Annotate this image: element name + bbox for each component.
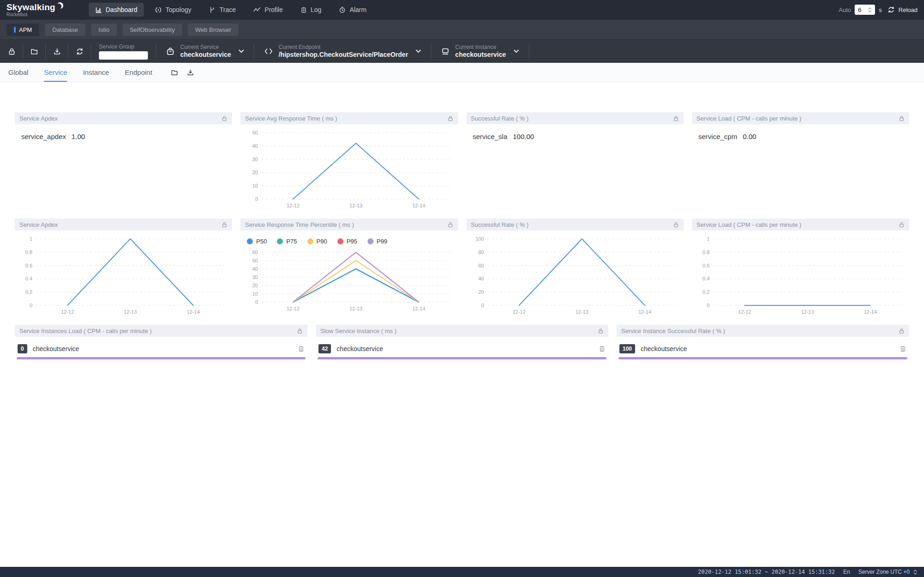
folder-import-icon[interactable] — [25, 48, 43, 55]
metric-readout: service_sla 100.00 — [467, 127, 683, 146]
svg-text:10: 10 — [252, 291, 258, 297]
lock-icon[interactable] — [221, 115, 227, 121]
dashboard-icon — [95, 6, 102, 13]
svg-text:12-13: 12-13 — [349, 203, 362, 208]
selector-value: /hipstershop.CheckoutService/PlaceOrder — [279, 51, 408, 59]
legend-item[interactable]: P50 — [247, 238, 267, 245]
metric-readout: service_cpm 0.00 — [693, 127, 908, 146]
tab-endpoint[interactable]: Endpoint — [125, 63, 152, 82]
lock-icon[interactable] — [899, 115, 905, 121]
lock-icon[interactable] — [447, 115, 453, 121]
time-range-picker[interactable]: 2020-12-12 15:01:32 ~ 2020-12-14 15:31:3… — [698, 569, 835, 575]
legend-item[interactable]: P95 — [337, 238, 357, 245]
nav-item-label: Trace — [220, 6, 236, 13]
page-tab-selfobservability[interactable]: SelfObservability — [122, 24, 183, 36]
svg-text:12-12: 12-12 — [61, 309, 74, 315]
chart-legend: P50P75P90P95P99 — [241, 233, 457, 247]
page-tab-label: Web Browser — [195, 26, 231, 33]
card-header: Successful Rate ( % ) — [466, 112, 684, 124]
lock-icon[interactable] — [899, 328, 905, 334]
instance-list-item[interactable]: 0 checkoutservice — [16, 340, 306, 357]
tab-instance[interactable]: Instance — [83, 63, 109, 82]
lock-icon[interactable] — [673, 222, 679, 228]
current-endpoint-selector[interactable]: Current Endpoint /hipstershop.CheckoutSe… — [257, 44, 428, 59]
nav-item-alarm[interactable]: Alarm — [332, 3, 373, 17]
svg-text:0.6: 0.6 — [702, 263, 709, 268]
legend-item[interactable]: P75 — [277, 238, 297, 245]
profile-icon — [253, 6, 261, 13]
service-lock-icon — [166, 47, 175, 56]
divider — [23, 44, 23, 59]
server-zone-selector[interactable]: Server Zone UTC +0 — [858, 569, 918, 575]
card-title: Successful Rate ( % ) — [471, 115, 673, 122]
svg-text:1: 1 — [30, 236, 32, 242]
card-avg-response-time: Service Avg Response Time ( ms ) 0102030… — [240, 112, 458, 212]
svg-text:20: 20 — [478, 289, 483, 295]
svg-text:12-12: 12-12 — [287, 306, 300, 311]
reload-label[interactable]: Reload — [899, 6, 918, 13]
page-tab-database[interactable]: Database — [45, 24, 86, 36]
page-tab-apm[interactable]: APM — [6, 24, 39, 36]
nav-item-log[interactable]: Log — [294, 3, 328, 17]
auto-refresh-input[interactable] — [855, 6, 867, 13]
export-download-icon[interactable] — [48, 48, 66, 55]
tab-global[interactable]: Global — [8, 63, 28, 82]
page-tab-istio[interactable]: Istio — [91, 24, 117, 36]
legend-dot-icon — [337, 238, 343, 244]
metric-name: service_sla — [473, 133, 508, 140]
lock-icon[interactable] — [673, 115, 679, 121]
lock-icon[interactable] — [899, 222, 905, 228]
legend-dot-icon — [367, 238, 373, 244]
legend-item[interactable]: P99 — [367, 238, 387, 245]
lock-icon[interactable] — [221, 222, 227, 228]
nav-item-topology[interactable]: Topology — [148, 3, 198, 17]
download-icon[interactable] — [187, 69, 194, 76]
lock-icon[interactable] — [297, 328, 303, 334]
lock-icon[interactable] — [598, 328, 604, 334]
clipboard-icon[interactable] — [900, 345, 906, 352]
svg-text:80: 80 — [478, 249, 483, 255]
divider — [431, 44, 431, 59]
tab-service[interactable]: Service — [44, 63, 67, 82]
nav-item-trace[interactable]: Trace — [202, 3, 242, 17]
svg-text:60: 60 — [252, 249, 258, 255]
language-toggle[interactable]: En — [843, 569, 850, 575]
dashboard-toolbar: Service Group Current Service checkoutse… — [0, 39, 924, 63]
lock-edit-icon[interactable] — [3, 48, 20, 55]
card-header: Service Instance Successful Rate ( % ) — [617, 325, 909, 337]
svg-text:12-14: 12-14 — [412, 203, 425, 208]
lock-icon[interactable] — [447, 222, 453, 228]
instance-load-bar — [318, 357, 606, 359]
svg-text:20: 20 — [252, 283, 258, 288]
card-header: Service Avg Response Time ( ms ) — [240, 112, 458, 124]
nav-item-profile[interactable]: Profile — [247, 3, 289, 17]
nav-item-dashboard[interactable]: Dashboard — [89, 3, 144, 17]
legend-item[interactable]: P90 — [307, 238, 327, 245]
clipboard-icon[interactable] — [599, 345, 606, 352]
instance-list-item[interactable]: 100 checkoutservice — [618, 340, 908, 357]
svg-text:0.8: 0.8 — [702, 249, 709, 255]
svg-text:20: 20 — [252, 170, 258, 175]
zone-stepper-icon[interactable] — [912, 570, 918, 575]
nav-item-label: Dashboard — [106, 6, 138, 13]
stepper-arrows-icon[interactable] — [867, 7, 873, 12]
clipboard-icon[interactable] — [298, 345, 305, 352]
instance-list-item[interactable]: 42 checkoutservice — [317, 340, 607, 357]
card-header: Service Instances Load ( CPM - calls per… — [15, 325, 307, 337]
service-group-input[interactable] — [99, 51, 148, 60]
card-header: Service Response Time Percentile ( ms ) — [240, 219, 458, 231]
auto-refresh-stepper[interactable] — [855, 5, 875, 15]
current-service-selector[interactable]: Current Service checkoutservice — [159, 44, 251, 59]
nav-item-label: Log — [311, 6, 321, 13]
page-tab-web-browser[interactable]: Web Browser — [188, 24, 239, 36]
card-title: Service Apdex — [19, 221, 221, 228]
reload-icon[interactable] — [887, 6, 895, 13]
refresh-templates-icon[interactable] — [71, 48, 88, 55]
line-chart: 00.20.40.60.8112-1212-1312-14 — [693, 233, 908, 319]
card-header: Service Load ( CPM - calls per minute ) — [692, 219, 909, 231]
card-title: Service Load ( CPM - calls per minute ) — [697, 115, 899, 122]
svg-text:0.8: 0.8 — [25, 249, 32, 255]
current-instance-selector[interactable]: Current Instance checkoutservice — [434, 44, 526, 59]
metric-name: service_cpm — [698, 133, 737, 140]
folder-icon[interactable] — [171, 69, 178, 76]
